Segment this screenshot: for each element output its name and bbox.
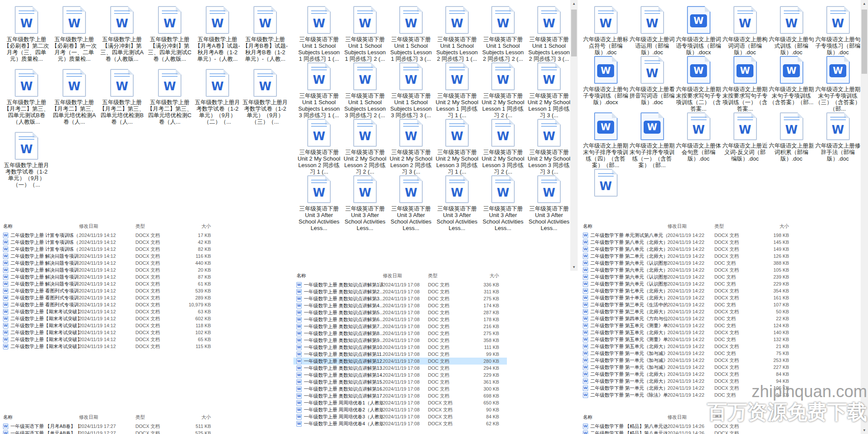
file-row[interactable]: 二年级数学上册【期末考试突破】期末... 2024/11/19 14:12 DO… [0, 336, 218, 343]
file-row[interactable]: 一年级英语下册 【月考AB卷】【基础卷... 2024/11/19 17:27 … [0, 423, 218, 430]
vertical-scrollbar-right[interactable]: ▲ ▼ [861, 0, 868, 434]
file-icon-item[interactable]: 六年级语文上册新词积累（部编版）.doc [768, 112, 815, 168]
file-row[interactable]: 二年级数学下册 第六单元《认识图形》... 2024/11/19 14:22 D… [580, 260, 797, 266]
file-row[interactable]: 二年级数学上册 解决问题专项训练（... 2024/11/19 14:12 DO… [0, 280, 218, 287]
file-icon-item[interactable]: 五年级数学上册月考数学试卷（1-2单元）（9月）（三）（... [241, 69, 289, 125]
file-icon-item[interactable]: 六年级语文上册期末按要求写句子专项训练（二）（含答案... [675, 56, 722, 112]
scroll-down-button[interactable]: ▼ [570, 263, 578, 271]
column-header-type[interactable]: 类型 [714, 414, 756, 421]
file-icon-item[interactable]: 三年级英语下册 Unit 1 School Subjects Lesson 3 … [388, 62, 434, 118]
scroll-up-button[interactable]: ▲ [861, 0, 868, 7]
file-icon-item[interactable]: 三年级英语下册 Unit 2 My School Lesson 3 同步练习 2… [480, 119, 526, 175]
file-icon-item[interactable]: 三年级英语下册 Unit 3 After School Activities L… [388, 175, 434, 231]
file-row[interactable]: 二年级数学上册 解决问题专项训练（... 2024/11/19 14:12 DO… [0, 266, 218, 273]
file-icon-item[interactable]: 三年级英语下册 Unit 2 My School Lesson 1 同步练习 1… [434, 62, 480, 118]
file-row[interactable]: 一年级数学上册 奥数知识点讲解第11... 2024/11/19 17:08 D… [293, 351, 507, 358]
file-row[interactable]: 二年级数学下册 第八单元（北师大）... 2024/11/19 14:22 DO… [580, 246, 797, 253]
file-row[interactable]: 二年级数学下册 第五单元《测量》单元... 2024/11/19 14:22 D… [580, 322, 797, 329]
column-header-size[interactable]: 大小 [756, 223, 794, 230]
file-row[interactable]: 二年级数学下册 第六单元（北师大）... 2024/11/19 14:22 DO… [580, 266, 797, 273]
file-icon-item[interactable]: 三年级英语下册 Unit 1 School Subjects Lesson 2 … [480, 6, 526, 62]
file-row[interactable]: 二年级数学下册 第一单元（北师大）... 2024/11/19 14:22 DO… [580, 385, 797, 391]
file-row[interactable]: 二年级数学下册 第三单元（北师大）... 2024/11/19 14:22 DO… [580, 308, 797, 315]
column-header-size[interactable]: 大小 [178, 223, 216, 230]
file-row[interactable]: 二年级数学上册【期末考试突破】期末... 2024/11/19 14:12 DO… [0, 308, 218, 315]
file-icon-item[interactable]: 六年级语文上册近义词-反义词（部编版）.doc [722, 112, 768, 168]
file-row[interactable]: 二年级数学下册 第三单元《生活中的大... 2024/11/19 14:22 D… [580, 301, 797, 308]
column-header-name[interactable]: 名称 [293, 273, 383, 279]
file-icon-item[interactable] [582, 169, 629, 199]
file-row[interactable]: 二年级数学下册 第一单元《加与减》单... 2024/11/19 14:22 D… [580, 364, 797, 371]
scroll-thumb[interactable] [571, 10, 577, 56]
column-header-name[interactable]: 名称 [0, 223, 79, 230]
file-icon-item[interactable]: 五年级数学上册【月考二】第三、四单元测试B卷（人教版... [3, 69, 50, 125]
file-icon-item[interactable]: 三年级英语下册 Unit 2 My School Lesson 3 同步练习 3… [526, 119, 572, 175]
file-row[interactable]: 二年级数学下册 第八单元（北师大）... 2024/11/19 14:22 DO… [580, 239, 797, 246]
file-row[interactable]: 二年级数学下册 第一单元《除法》单元... 2024/11/19 14:22 D… [580, 391, 797, 398]
file-icon-item[interactable]: 三年级英语下册 Unit 1 School Subjects Lesson 2 … [434, 6, 480, 62]
file-icon-item[interactable]: 六年级语文上册期末句子排序专项训练（一）（含答案）（部... [629, 112, 675, 168]
file-icon-item[interactable]: 五年级数学上册【月考二】第三、四单元培优检测A卷（人... [50, 69, 98, 125]
file-row[interactable]: 一年级数学上册 奥数知识点讲解第10... 2024/11/19 17:08 D… [293, 344, 507, 351]
file-row[interactable]: 二年级数学下册 第五单元《测量》单元... 2024/11/19 14:22 D… [580, 336, 797, 343]
file-icon-item[interactable]: 三年级英语下册 Unit 2 My School Lesson 3 同步练习 1… [434, 119, 480, 175]
file-row[interactable]: 二年级数学下册 第一单元《加与减》单... 2024/11/19 14:22 D… [580, 357, 797, 364]
scroll-down-button[interactable]: ▼ [861, 427, 868, 434]
column-header-date[interactable]: 修改日期 [383, 273, 428, 279]
column-header-date[interactable]: 修改日期 [667, 223, 714, 230]
file-row[interactable]: 二年级数学下册 【精品】第八单元达标... 2024/11/19 14:26 D… [580, 430, 797, 434]
file-icon-item[interactable]: 三年级英语下册 Unit 1 School Subjects Lesson 1 … [342, 6, 388, 62]
file-row[interactable]: 二年级数学下册 第七单元（北师大）... 2024/11/19 14:22 DO… [580, 287, 797, 294]
scroll-up-button[interactable]: ▲ [570, 0, 578, 7]
column-header-type[interactable]: 类型 [135, 223, 178, 230]
file-row[interactable]: 一年级数学上册 奥数知识点讲解第17... 2024/11/19 17:08 D… [293, 392, 507, 399]
file-icon-item[interactable]: 三年级英语下册 Unit 2 My School Lesson 2 同步练习 1… [296, 119, 342, 175]
file-row[interactable]: 一年级数学上册 奥数知识点讲解第6... 2024/11/19 17:08 DO… [293, 316, 507, 323]
file-icon-item[interactable]: 六年级语文上册期末句子专项训练（含答案）（部... [768, 56, 815, 112]
file-icon-item[interactable]: 三年级英语下册 Unit 1 School Subjects Lesson 1 … [388, 6, 434, 62]
file-icon-item[interactable]: 五年级数学上册【月考二】第三、四单元培优检测C卷（人... [146, 69, 194, 125]
file-row[interactable]: 二年级数学上册 计算专项训练（二）... 2024/11/19 14:12 DO… [0, 232, 218, 239]
column-header-size[interactable]: 大小 [470, 273, 504, 279]
file-icon-item[interactable]: 三年级英语下册 Unit 3 After School Activities L… [526, 175, 572, 231]
file-icon-item[interactable]: 三年级英语下册 Unit 1 School Subjects Lesson 2 … [526, 6, 572, 62]
file-row[interactable]: 二年级数学下册 第五单元（北师大）... 2024/11/19 14:22 DO… [580, 343, 797, 350]
file-row[interactable]: 一年级数学上册 奥数知识点讲解第15... 2024/11/19 17:08 D… [293, 378, 507, 385]
file-row[interactable]: 二年级数学下册 第一单元（北师大）... 2024/11/19 14:22 DO… [580, 378, 797, 385]
file-row[interactable]: 一年级数学上册 奥数知识点讲解第5... 2024/11/19 17:08 DO… [293, 309, 507, 316]
file-icon-item[interactable]: 三年级英语下册 Unit 2 My School Lesson 1 同步练习 3… [526, 62, 572, 118]
file-icon-item[interactable]: 三年级英语下册 Unit 3 After School Activities L… [480, 175, 526, 231]
file-icon-item[interactable]: 五年级数学上册【必刷卷】第一次月考（一、二单元）质量检... [50, 6, 98, 62]
column-header-date[interactable]: 修改日期 [79, 414, 135, 421]
file-icon-item[interactable]: 六年级语文上册期末按要求写句子专项训练（一）（含答案... [722, 56, 768, 112]
file-icon-item[interactable]: 六年级语文上册句子专项练习（部编版）.doc [815, 6, 861, 56]
file-row[interactable]: 一年级数学上册 周周培优卷3（人教版... 2024/11/19 17:08 D… [293, 413, 507, 420]
file-row[interactable]: 一年级数学上册 周周培优卷1（人教版... 2024/11/19 17:08 D… [293, 399, 507, 406]
file-row[interactable]: 二年级数学上册 看图列式专项训练（... 2024/11/19 14:12 DO… [0, 294, 218, 301]
file-icon-item[interactable]: 六年级语文上册句子专项训练（部编版）.docx [582, 56, 629, 112]
file-icon-item[interactable]: 六年级语文上册句式训练（部编版）.doc [768, 6, 815, 56]
file-row[interactable]: 一年级数学上册 奥数知识点讲解第7... 2024/11/19 17:08 DO… [293, 323, 507, 330]
file-row[interactable]: 二年级数学上册 解决问题专项训练（... 2024/11/19 14:12 DO… [0, 253, 218, 260]
file-row[interactable]: 二年级数学上册【期末考试突破】期末... 2024/11/19 14:12 DO… [0, 329, 218, 336]
file-row[interactable]: 一年级数学上册 奥数知识点讲解第9... 2024/11/19 17:08 DO… [293, 337, 507, 344]
file-row[interactable]: 二年级数学下册 第六单元《认识图形》... 2024/11/19 14:22 D… [580, 273, 797, 280]
file-row[interactable]: 一年级数学上册 奥数知识点讲解第3... 2024/11/19 17:08 DO… [293, 295, 507, 302]
file-icon-item[interactable]: 三年级英语下册 Unit 1 School Subjects Lesson 3 … [296, 62, 342, 118]
file-row[interactable]: 一年级数学上册 周周培优卷4（人教版... 2024/11/19 17:08 D… [293, 420, 507, 427]
file-icon-item[interactable]: 五年级数学上册月考数学试卷（1-2单元）（9月）（一）（... [3, 132, 50, 188]
file-icon-item[interactable]: 六年级语文上册看拼音写词语（部编版）.doc [629, 56, 675, 112]
column-header-name[interactable]: 名称 [580, 414, 667, 421]
file-icon-item[interactable]: 五年级数学上册【月考B卷】试题-秋月考B卷（1-2单元）-（人教... [241, 6, 289, 62]
file-row[interactable]: 一年级数学上册 奥数知识点讲解第13... 2024/11/19 17:08 D… [293, 365, 507, 372]
file-icon-item[interactable]: 五年级数学上册【满分冲刺】第三、四单元测试C卷（人教版... [146, 6, 194, 62]
scroll-thumb[interactable] [861, 10, 867, 74]
column-header-type[interactable]: 类型 [714, 223, 756, 230]
column-header-size[interactable]: 大小 [178, 414, 216, 421]
column-header-type[interactable]: 类型 [135, 414, 178, 421]
file-row[interactable]: 一年级数学上册 奥数知识点讲解第2... 2024/11/19 17:08 DO… [293, 288, 507, 295]
file-row[interactable]: 二年级数学上册 计算专项训练（三）... 2024/11/19 14:12 DO… [0, 239, 218, 246]
file-row[interactable]: 二年级数学下册 第一单元（北师大）... 2024/11/19 14:22 DO… [580, 371, 797, 378]
file-row[interactable]: 二年级数学下册 第十单元（北师大）... 2024/11/19 14:22 DO… [580, 294, 797, 301]
file-row[interactable]: 二年级数学下册 第二单元（北师大）... 2024/11/19 14:22 DO… [580, 253, 797, 260]
